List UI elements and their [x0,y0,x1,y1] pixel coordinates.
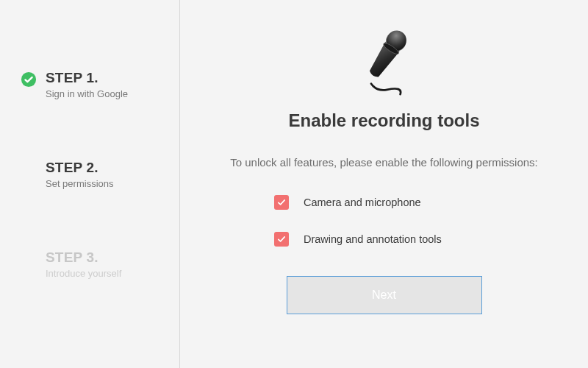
step-2-subtitle: Set permissions [46,178,165,189]
main-panel: Enable recording tools To unlock all fea… [180,0,588,368]
permission-label: Drawing and annotation tools [304,233,442,245]
page-description: To unlock all features, please enable th… [230,156,538,169]
next-button[interactable]: Next [287,276,482,314]
checkbox-drawing-tools[interactable] [274,232,289,247]
sidebar: STEP 1. Sign in with Google STEP 2. Set … [0,0,180,368]
step-3-subtitle: Introduce yourself [46,268,165,279]
microphone-icon [351,25,417,99]
permission-item: Drawing and annotation tools [274,232,559,247]
step-3-title: STEP 3. [46,250,165,266]
step-1[interactable]: STEP 1. Sign in with Google [21,70,165,99]
permissions-list: Camera and microphone Drawing and annota… [209,195,559,269]
step-1-title: STEP 1. [46,70,165,86]
permission-label: Camera and microphone [304,197,421,208]
permission-item: Camera and microphone [274,195,559,210]
check-circle-icon [21,71,37,88]
step-3[interactable]: STEP 3. Introduce yourself [21,250,165,279]
step-2-title: STEP 2. [46,160,165,176]
step-1-subtitle: Sign in with Google [46,88,165,99]
checkbox-camera-mic[interactable] [274,195,289,210]
step-2[interactable]: STEP 2. Set permissions [21,160,165,189]
page-title: Enable recording tools [288,110,479,131]
